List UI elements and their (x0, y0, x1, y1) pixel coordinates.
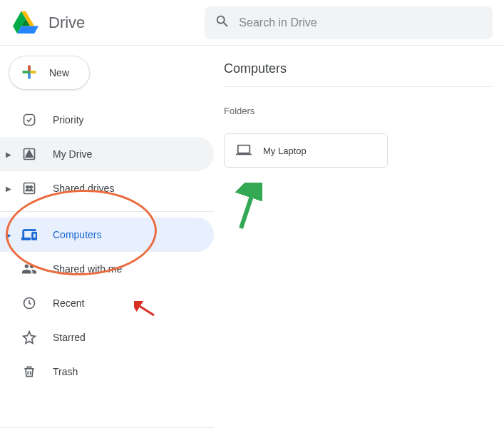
sidebar-item-trash[interactable]: Trash (0, 355, 214, 389)
sidebar-item-label: Recent (53, 297, 84, 309)
chevron-right-icon[interactable]: ▶ (6, 185, 11, 193)
checkbox-icon (21, 112, 37, 128)
devices-icon (21, 227, 37, 243)
sidebar-item-starred[interactable]: Starred (0, 320, 214, 355)
sidebar-item-computers[interactable]: ▶ Computers (0, 218, 214, 252)
sidebar-item-my-drive[interactable]: ▶ My Drive (0, 137, 214, 171)
search-icon (215, 14, 230, 32)
sidebar-item-shared-drives[interactable]: ▶ Shared drives (0, 171, 214, 205)
search-box[interactable] (205, 6, 493, 39)
svg-point-3 (26, 186, 29, 188)
sidebar-item-label: My Drive (53, 148, 92, 160)
main-content: Computers Folders My Laptop (214, 46, 504, 428)
star-icon (21, 330, 37, 345)
sidebar-item-label: Computers (53, 229, 101, 240)
new-button[interactable]: New (9, 56, 90, 90)
sidebar-item-label: Priority (53, 114, 84, 126)
laptop-icon (236, 142, 252, 160)
svg-rect-2 (24, 183, 35, 194)
folder-item[interactable]: My Laptop (224, 133, 388, 168)
chevron-right-icon[interactable]: ▶ (6, 231, 11, 239)
svg-point-4 (30, 186, 32, 188)
page-title: Computers (224, 61, 493, 87)
header: Drive (0, 0, 504, 46)
sidebar-item-label: Shared drives (53, 183, 114, 194)
sidebar-item-label: Starred (53, 332, 86, 343)
people-icon (21, 261, 37, 277)
app-title: Drive (48, 14, 85, 32)
clock-icon (21, 295, 37, 311)
sidebar-item-shared-with-me[interactable]: Shared with me (0, 252, 214, 286)
sidebar-item-recent[interactable]: Recent (0, 286, 214, 320)
sidebar-item-label: Trash (53, 366, 78, 377)
trash-icon (21, 364, 37, 379)
folders-section-label: Folders (224, 106, 493, 116)
folder-name: My Laptop (263, 146, 307, 156)
new-button-label: New (49, 67, 69, 78)
plus-icon (19, 62, 39, 84)
drive-logo[interactable] (11, 9, 40, 37)
search-input[interactable] (239, 16, 483, 29)
sidebar-item-label: Shared with me (53, 263, 122, 275)
sidebar-item-priority[interactable]: Priority (0, 103, 214, 137)
drive-icon (21, 146, 37, 162)
divider (0, 211, 214, 212)
chevron-right-icon[interactable]: ▶ (6, 151, 11, 158)
svg-rect-0 (24, 115, 35, 126)
sidebar: New Priority ▶ My Drive ▶ (0, 46, 214, 428)
shared-drives-icon (21, 180, 37, 196)
